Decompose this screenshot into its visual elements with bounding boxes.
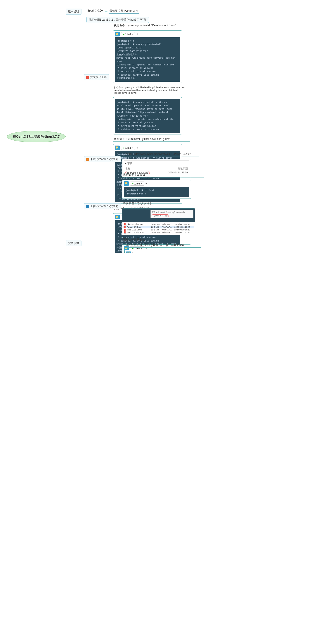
folder-icon[interactable]	[115, 215, 120, 219]
cmd-header: 执行命令：yum install -y libffi-devel zlib1g-…	[113, 137, 190, 142]
terminal-tab[interactable]: ● 1 ied ×	[121, 32, 135, 36]
add-tab-icon[interactable]: +	[148, 252, 149, 252]
cmd-header: 执行命令：yum -y groupinstall "Development to…	[113, 23, 190, 28]
root-node: 在CentOS7上安装Python3.7.7	[7, 131, 66, 142]
folder-icon[interactable]	[115, 32, 120, 36]
branch-install-steps[interactable]: 安装步骤	[66, 240, 81, 246]
terminal-tab[interactable]: ● 1 ied ×	[130, 182, 144, 186]
terminal-output: [root@ied ~]# cd /opt [root@ied opt]#	[124, 187, 189, 197]
add-tab-icon[interactable]: +	[136, 32, 138, 36]
cmd-header: 执行命令：tar -zxvf Python-3.7.7.tgz -C /usr/…	[124, 243, 201, 248]
leaf: 最低要求是 Python 3.7+	[109, 8, 139, 14]
add-tab-icon[interactable]: +	[136, 146, 138, 150]
leaf: Spark 3.0.0+	[86, 8, 104, 13]
folder-icon[interactable]	[126, 252, 131, 252]
upload-header: 将安装包上传到/opt目录	[122, 201, 204, 206]
root-title: 在CentOS7上安装Python3.7.7	[7, 131, 66, 142]
terminal-tab[interactable]: ● 1 ied ×	[121, 146, 135, 150]
add-tab-icon[interactable]: +	[145, 182, 147, 185]
terminal-screenshot: ● 1 ied ×+ [root@ied opt]# tar -zxvf Pyt…	[124, 250, 193, 252]
step-2[interactable]: 2下载Python3.7.7安装包	[84, 156, 121, 162]
upload-dialog-screenshot: 下载 C:\Users\...\Desktop\downloads Python…	[122, 208, 195, 235]
folder-icon[interactable]	[115, 146, 120, 150]
file-table: 📕 jdk-8u231-linux-x6...185.2 MBWinRAR...…	[123, 223, 194, 234]
terminal-screenshot: ● 1 ied ×+ [root@ied ~]# [root@ied ~]# y…	[113, 30, 182, 83]
step-1[interactable]: 1安装编译工具	[84, 74, 109, 80]
terminal-output: [root@ied ~]# [root@ied ~]# yum -y group…	[115, 37, 180, 82]
cmd-header: 执行命令：cd /opt	[122, 172, 204, 178]
cmd-header: 执行命令：yum -y install zlib-devel bzip2-dev…	[113, 86, 187, 95]
terminal-output: [root@ied ~]# yum -y install zlib-devel …	[115, 99, 180, 133]
download-url: 下载网址：https://www.python.org/ftp/python/3…	[122, 152, 199, 156]
terminal-screenshot: ● 1 ied ×+ [root@ied ~]# cd /opt [root@i…	[122, 180, 191, 199]
check-header: 查看上传的安装包	[122, 237, 204, 242]
connector: —	[81, 14, 86, 17]
branch-version[interactable]: 版本说明	[66, 8, 81, 15]
leaf: 我们使用Spark3.3.2，因此安装Python3.7.7可行	[86, 17, 149, 23]
terminal-tab[interactable]: ● 1 ied ×	[132, 252, 146, 252]
terminal-screenshot: [root@ied ~]# yum -y install zlib-devel …	[113, 97, 182, 134]
folder-icon[interactable]	[124, 181, 129, 186]
step-3[interactable]: 3上传Python3.7.7安装包	[84, 203, 121, 210]
